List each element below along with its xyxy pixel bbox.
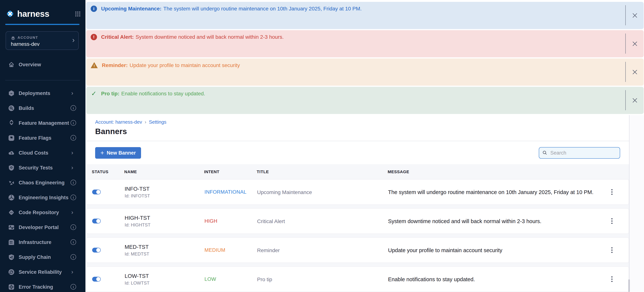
new-banner-button[interactable]: + New Banner: [95, 147, 141, 158]
toolbar: + New Banner: [86, 141, 629, 164]
sidebar-item-chaos-engineering[interactable]: Chaos Engineering i: [0, 175, 86, 190]
sidebar-item-builds[interactable]: Builds i: [0, 101, 86, 116]
info-icon[interactable]: i: [70, 120, 76, 126]
banner-title: Reminder: [257, 247, 388, 253]
banner-name: LOW-TST: [124, 273, 204, 280]
column-header-name: NAME: [124, 169, 204, 174]
sidebar: harness ACCOUNT harness-dev › Overview: [0, 0, 86, 292]
sidebar-item-error-tracking[interactable]: Error Tracking i: [0, 279, 86, 292]
sidebar-item-feature-management[interactable]: Feature Management i: [0, 116, 86, 130]
info-icon[interactable]: i: [70, 224, 76, 230]
sidebar-item-engineering-insights[interactable]: Engineering Insights i: [0, 190, 86, 205]
banner-name: MED-TST: [124, 243, 204, 251]
chaos-engineering-icon: [8, 179, 14, 186]
chevron-right-icon: ›: [71, 164, 73, 171]
info-icon[interactable]: i: [70, 180, 76, 185]
info-icon[interactable]: i: [70, 105, 76, 111]
check-icon: ✓: [91, 90, 97, 97]
breadcrumb-account-link[interactable]: Account: harness-dev: [95, 119, 142, 125]
alert-message: System downtime noticed and will back no…: [136, 34, 284, 40]
alert-banner-critical: ! Critical Alert:System downtime noticed…: [86, 30, 644, 57]
alert-banner-info: i Upcoming Maintenance:The system will u…: [86, 2, 644, 29]
table-row: INFO-TST Id: INFOTST INFORMATIONAL Upcom…: [86, 179, 629, 205]
home-icon: [8, 61, 14, 68]
banner-message: Enable notifications to stay updated.: [388, 276, 595, 282]
scrollbar-thumb[interactable]: [628, 279, 630, 292]
chevron-right-icon: ›: [71, 90, 73, 97]
search-box: [539, 147, 620, 158]
sidebar-item-security-tests[interactable]: Security Tests ›: [0, 160, 86, 175]
info-icon[interactable]: i: [70, 284, 76, 290]
sidebar-item-infrastructure[interactable]: Infrastructure i: [0, 235, 86, 250]
account-name: harness-dev: [11, 41, 40, 47]
kebab-menu-icon[interactable]: [610, 188, 614, 196]
banner-title: Critical Alert: [257, 218, 388, 224]
banner-id: Id: INFOTST: [124, 193, 204, 199]
intent-label: HIGH: [204, 218, 257, 224]
sidebar-item-overview[interactable]: Overview: [0, 58, 86, 71]
search-icon: [542, 150, 547, 155]
status-toggle[interactable]: [92, 248, 101, 253]
sidebar-item-supply-chain[interactable]: Supply Chain i: [0, 250, 86, 265]
banner-id: Id: LOWTST: [124, 280, 204, 286]
search-input[interactable]: [550, 149, 617, 156]
banner-name: INFO-TST: [124, 185, 204, 192]
harness-logo-icon[interactable]: [6, 9, 14, 18]
divider: [5, 80, 80, 80]
sidebar-item-service-reliability[interactable]: Service Reliability ›: [0, 265, 86, 279]
engineering-insights-icon: [8, 194, 14, 201]
sidebar-item-cloud-costs[interactable]: $ Cloud Costs ›: [0, 145, 86, 160]
info-icon[interactable]: i: [70, 239, 76, 245]
developer-portal-icon: [8, 224, 14, 230]
kebab-menu-icon[interactable]: [610, 217, 614, 226]
table-header-row: STATUS NAME INTENT TITLE MESSAGE: [86, 164, 629, 179]
divider: [625, 33, 626, 54]
banner-message: System downtime noticed and will back no…: [388, 218, 595, 224]
divider: [625, 90, 626, 110]
alert-banner-success: ✓ Pro tip:Enable notifications to stay u…: [86, 87, 644, 114]
info-icon[interactable]: i: [70, 135, 76, 141]
sidebar-item-feature-flags[interactable]: Feature Flags i: [0, 130, 86, 145]
intent-label: INFORMATIONAL: [204, 189, 257, 195]
info-circle-icon: i: [91, 5, 97, 12]
intent-label: MEDIUM: [204, 247, 257, 253]
svg-text:</>: </>: [10, 211, 13, 213]
chevron-right-icon: ›: [71, 269, 73, 275]
banner-id: Id: HIGHTST: [124, 222, 204, 228]
close-icon[interactable]: [630, 39, 640, 49]
sidebar-item-deployments[interactable]: ∞ Deployments ›: [0, 86, 86, 101]
table-row: HIGH-TST Id: HIGHTST HIGH Critical Alert…: [86, 208, 629, 234]
cloud-costs-icon: $: [8, 149, 14, 156]
banner-name: HIGH-TST: [124, 214, 204, 221]
divider: [625, 62, 626, 82]
banners-table: STATUS NAME INTENT TITLE MESSAGE INFO-TS…: [86, 164, 629, 292]
supply-chain-icon: [8, 254, 14, 260]
close-icon[interactable]: [630, 96, 640, 105]
alert-prefix: Critical Alert:: [101, 34, 134, 40]
module-grid-icon[interactable]: [75, 11, 80, 16]
exclamation-circle-icon: !: [91, 34, 97, 40]
alert-message: The system will undergo routine maintena…: [164, 5, 362, 11]
account-selector[interactable]: ACCOUNT harness-dev ›: [6, 31, 79, 50]
account-scope-label: ACCOUNT: [18, 35, 38, 39]
content-card: Account: harness-dev › Settings Banners …: [86, 115, 630, 292]
breadcrumb-settings-link[interactable]: Settings: [149, 119, 166, 125]
alert-prefix: Pro tip:: [101, 91, 120, 97]
status-toggle[interactable]: [92, 277, 101, 282]
sidebar-item-code-repository[interactable]: </> Code Repository ›: [0, 205, 86, 220]
column-header-title: TITLE: [257, 169, 388, 174]
info-icon[interactable]: i: [70, 195, 76, 200]
error-tracking-icon: [8, 284, 14, 290]
sidebar-item-developer-portal[interactable]: Developer Portal i: [0, 220, 86, 235]
kebab-menu-icon[interactable]: [610, 246, 614, 255]
status-toggle[interactable]: [92, 219, 101, 223]
table-row: LOW-TST Id: LOWTST LOW Pro tip Enable no…: [86, 266, 629, 292]
close-icon[interactable]: [630, 11, 640, 20]
status-toggle[interactable]: [92, 190, 101, 194]
info-icon[interactable]: i: [70, 254, 76, 260]
plus-icon: +: [100, 149, 104, 156]
close-icon[interactable]: [630, 67, 640, 77]
svg-text:∞: ∞: [10, 92, 12, 95]
chevron-right-icon: ›: [71, 209, 73, 216]
kebab-menu-icon[interactable]: [610, 275, 614, 284]
